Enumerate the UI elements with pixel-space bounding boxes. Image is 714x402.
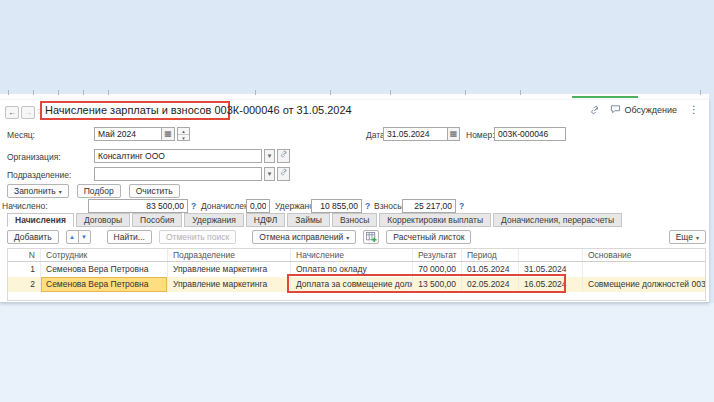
- tab-contributions[interactable]: Взносы: [332, 213, 377, 227]
- department-link-icon[interactable]: [277, 167, 290, 181]
- cell-accrual[interactable]: Оплата по окладу: [291, 262, 413, 277]
- discussion-button[interactable]: Обсуждение: [610, 105, 677, 115]
- ruler-tick: [8, 90, 9, 95]
- col-header-department[interactable]: Подразделение: [168, 249, 291, 261]
- cell-basis[interactable]: Совмещение должностей 003К-00000...: [583, 277, 705, 292]
- payslip-label: Расчетный листок: [393, 232, 464, 242]
- tab-recalculations[interactable]: Доначисления, перерасчеты: [493, 213, 622, 227]
- add-row-label: Добавить: [14, 232, 52, 242]
- spin-down-icon[interactable]: ▾: [178, 135, 189, 141]
- cancel-corrections-button[interactable]: Отмена исправлений▾: [252, 230, 356, 244]
- additional-input[interactable]: [246, 199, 270, 213]
- ruler-tick: [33, 90, 34, 95]
- payslip-button[interactable]: Расчетный листок: [386, 230, 471, 244]
- month-stepper[interactable]: ▴ ▾: [177, 127, 190, 141]
- cell-department[interactable]: Управление маркетинга: [168, 262, 291, 277]
- cell-result[interactable]: 13 500,00: [413, 277, 462, 292]
- clear-button[interactable]: Очистить: [129, 184, 180, 198]
- ruler-tick: [255, 90, 256, 95]
- cell-n[interactable]: 1: [8, 262, 41, 277]
- form-row-department: Подразделение: ▾: [0, 167, 709, 183]
- organization-input[interactable]: [94, 149, 262, 163]
- cell-period-end[interactable]: 16.05.2024: [519, 277, 583, 292]
- form-row-organization: Организация: ▾: [0, 149, 709, 165]
- discussion-label: Обсуждение: [625, 105, 677, 115]
- cell-period-start[interactable]: 02.05.2024: [462, 277, 519, 292]
- ruler-tick: [390, 90, 391, 95]
- col-header-n[interactable]: N: [8, 249, 41, 261]
- cell-employee-selected[interactable]: Семенова Вера Петровна: [41, 277, 168, 292]
- back-button[interactable]: ←: [5, 106, 19, 119]
- table-row-selected[interactable]: 2 Семенова Вера Петровна Управление марк…: [8, 277, 705, 292]
- forward-button[interactable]: →: [21, 106, 35, 119]
- col-header-employee[interactable]: Сотрудник: [41, 249, 168, 261]
- date-calendar-icon[interactable]: ▦: [447, 127, 460, 141]
- accrued-input[interactable]: [88, 199, 188, 213]
- ruler-tick: [465, 90, 466, 95]
- pick-button[interactable]: Подбор: [77, 184, 121, 198]
- move-down-icon[interactable]: ▼: [78, 230, 91, 244]
- col-header-basis[interactable]: Основание: [583, 249, 705, 261]
- spin-up-icon[interactable]: ▴: [178, 128, 189, 135]
- find-label: Найти...: [114, 232, 145, 242]
- get-link-icon[interactable]: [590, 105, 600, 115]
- more-menu-icon[interactable]: ⋮: [687, 104, 701, 115]
- col-header-period[interactable]: Период: [462, 249, 519, 261]
- ruler-tick: [58, 90, 59, 95]
- cancel-corrections-label: Отмена исправлений: [259, 232, 343, 242]
- find-button[interactable]: Найти...: [107, 230, 152, 244]
- cell-result[interactable]: 70 000,00: [413, 262, 462, 277]
- accruals-table: N Сотрудник Подразделение Начисление Рез…: [7, 248, 706, 301]
- fill-button[interactable]: Заполнить▾: [7, 184, 69, 198]
- more-button[interactable]: Еще▾: [669, 230, 706, 244]
- cell-period-start[interactable]: 01.05.2024: [462, 262, 519, 277]
- cell-basis[interactable]: [583, 262, 705, 277]
- accrued-help-icon[interactable]: ?: [191, 201, 196, 211]
- tab-bar: Начисления Договоры Пособия Удержания НД…: [7, 213, 622, 227]
- document-title: Начисление зарплаты и взносов 003К-00004…: [40, 101, 230, 120]
- add-row-button[interactable]: Добавить: [7, 230, 59, 244]
- cell-period-end[interactable]: 31.05.2024: [519, 262, 583, 277]
- tab-contracts[interactable]: Договоры: [76, 213, 130, 227]
- more-label: Еще: [676, 232, 693, 242]
- number-input[interactable]: [494, 127, 566, 141]
- cancel-search-button[interactable]: Отменить поиск: [159, 230, 236, 244]
- month-calendar-icon[interactable]: ▦: [161, 127, 175, 141]
- ruler-tick: [700, 90, 701, 95]
- cell-accrual[interactable]: Доплата за совмещение должностей,...: [291, 277, 413, 292]
- tab-payment-adjustments[interactable]: Корректировки выплаты: [379, 213, 491, 227]
- tab-benefits[interactable]: Пособия: [132, 213, 182, 227]
- col-header-period-end[interactable]: [519, 249, 583, 261]
- cell-department[interactable]: Управление маркетинга: [168, 277, 291, 292]
- date-input[interactable]: [383, 127, 448, 141]
- action-buttons: Заполнить▾ Подбор Очистить: [7, 184, 180, 198]
- ruler-tick: [108, 90, 109, 95]
- tab-deductions[interactable]: Удержания: [184, 213, 244, 227]
- contributions-help-icon[interactable]: ?: [459, 201, 464, 211]
- table-row[interactable]: 1 Семенова Вера Петровна Управление марк…: [8, 262, 705, 277]
- tab-accruals[interactable]: Начисления: [7, 213, 74, 227]
- organization-link-icon[interactable]: [277, 149, 290, 163]
- move-up-icon[interactable]: ▲: [66, 230, 79, 244]
- withheld-help-icon[interactable]: ?: [365, 201, 370, 211]
- organization-dropdown-icon[interactable]: ▾: [264, 149, 275, 163]
- department-dropdown-icon[interactable]: ▾: [264, 167, 275, 181]
- tab-loans[interactable]: Займы: [287, 213, 330, 227]
- chevron-down-icon: ▾: [59, 189, 62, 195]
- window-top-strip: [0, 93, 709, 100]
- department-input[interactable]: [94, 167, 262, 181]
- detailed-calculation-icon[interactable]: [363, 230, 379, 244]
- desktop: ← → ☆ Начисление зарплаты и взносов 003К…: [0, 0, 714, 402]
- cell-n[interactable]: 2: [8, 277, 41, 292]
- cell-employee[interactable]: Семенова Вера Петровна: [41, 262, 168, 277]
- month-input[interactable]: [94, 127, 162, 141]
- table-toolbar: Добавить ▲ ▼ Найти... Отменить поиск Отм…: [7, 230, 706, 244]
- tab-ndfl[interactable]: НДФЛ: [246, 213, 285, 227]
- clear-button-label: Очистить: [136, 186, 173, 196]
- contributions-input[interactable]: [402, 199, 456, 213]
- col-header-result[interactable]: Результат: [413, 249, 462, 261]
- withheld-input[interactable]: [311, 199, 362, 213]
- col-header-accrual[interactable]: Начисление: [291, 249, 413, 261]
- form-row-month: Месяц: ▦ ▴ ▾ Дата: ▦ Номер:: [0, 127, 709, 143]
- ruler-tick: [83, 90, 84, 95]
